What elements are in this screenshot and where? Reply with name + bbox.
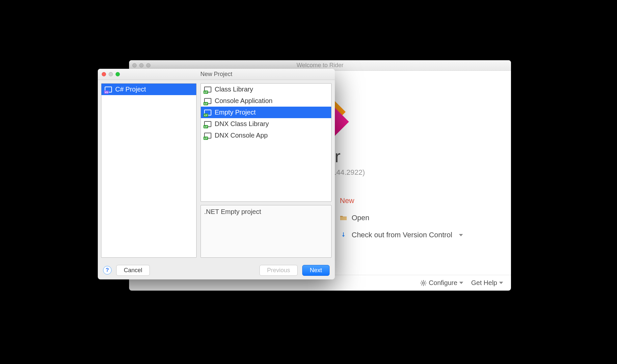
template-label: DNX Class Library	[215, 120, 269, 128]
csharp-project-icon	[204, 98, 211, 104]
svg-line-8	[421, 284, 422, 285]
gear-icon	[420, 280, 427, 286]
cancel-button[interactable]: Cancel	[116, 265, 150, 276]
new-project-dialog: New Project C# Project Class LibraryCons…	[98, 69, 335, 279]
previous-button[interactable]: Previous	[259, 265, 298, 276]
dialog-titlebar: New Project	[98, 69, 335, 80]
category-label: C# Project	[115, 86, 146, 93]
template-label: Console Application	[215, 97, 273, 105]
template-item[interactable]: Class Library	[201, 84, 331, 95]
action-new[interactable]: New	[340, 196, 463, 205]
next-button[interactable]: Next	[302, 265, 330, 276]
get-help-label: Get Help	[471, 279, 497, 287]
action-open[interactable]: Open	[340, 214, 463, 222]
download-arrow-icon	[340, 231, 347, 239]
svg-line-6	[425, 284, 426, 285]
template-item[interactable]: DNX Class Library	[201, 118, 331, 130]
action-open-label: Open	[352, 214, 369, 222]
template-label: Class Library	[215, 86, 253, 93]
template-description: .NET Empty project	[201, 205, 332, 258]
dialog-title: New Project	[98, 71, 335, 78]
dialog-body: C# Project Class LibraryConsole Applicat…	[98, 80, 335, 261]
template-item[interactable]: Console Application	[201, 95, 331, 107]
chevron-down-icon	[499, 282, 503, 284]
template-list[interactable]: Class LibraryConsole ApplicationEmpty Pr…	[201, 83, 332, 202]
help-button[interactable]: ?	[103, 266, 112, 274]
category-list[interactable]: C# Project	[101, 83, 197, 258]
csharp-project-icon	[204, 121, 211, 127]
welcome-title: Welcome to Rider	[129, 62, 511, 69]
action-checkout-label: Check out from Version Control	[352, 231, 452, 239]
vs-project-icon	[105, 87, 112, 92]
category-csharp[interactable]: C# Project	[101, 84, 196, 95]
action-checkout[interactable]: Check out from Version Control	[340, 231, 463, 239]
template-label: Empty Project	[215, 109, 255, 116]
chevron-down-icon	[459, 234, 463, 236]
action-new-label: New	[340, 196, 354, 205]
folder-icon	[340, 214, 347, 221]
csharp-project-icon	[204, 133, 211, 139]
template-label: DNX Console App	[215, 132, 268, 139]
csharp-project-icon	[204, 110, 211, 116]
template-column: Class LibraryConsole ApplicationEmpty Pr…	[201, 83, 332, 258]
csharp-project-icon	[204, 87, 211, 92]
svg-line-7	[425, 281, 426, 281]
configure-label: Configure	[429, 279, 457, 287]
chevron-down-icon	[459, 282, 463, 284]
get-help-menu[interactable]: Get Help	[471, 279, 503, 287]
welcome-actions: New Open Check out from Version Control	[340, 196, 463, 239]
configure-menu[interactable]: Configure	[420, 279, 463, 287]
svg-point-0	[422, 282, 424, 284]
dialog-footer: ? Cancel Previous Next	[98, 261, 335, 279]
template-item[interactable]: DNX Console App	[201, 130, 331, 141]
template-item[interactable]: Empty Project	[201, 107, 331, 118]
svg-line-5	[421, 281, 422, 281]
